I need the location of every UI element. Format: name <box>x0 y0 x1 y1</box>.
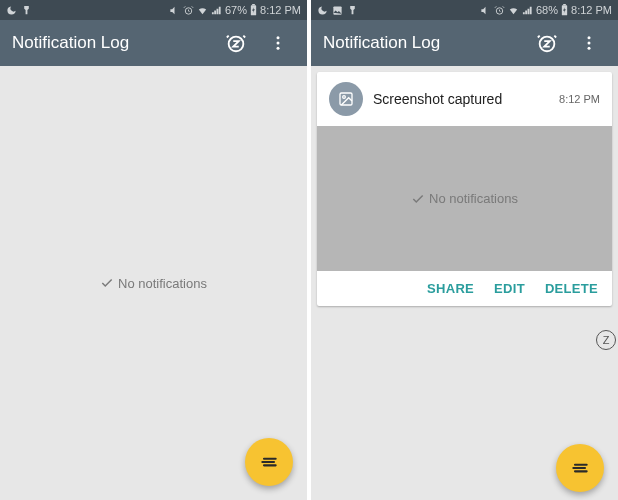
signal-icon <box>522 5 533 16</box>
delete-button[interactable]: DELETE <box>545 281 598 296</box>
filter-icon <box>259 452 279 472</box>
svg-point-4 <box>277 36 280 39</box>
status-bar: 68% 8:12 PM <box>311 0 618 20</box>
notification-header: Screenshot captured 8:12 PM <box>317 72 612 126</box>
svg-rect-2 <box>252 4 255 5</box>
mute-icon <box>169 5 180 16</box>
moon-icon <box>317 5 328 16</box>
svg-point-12 <box>588 36 591 39</box>
svg-point-13 <box>588 42 591 45</box>
app-bar: Notification Log <box>311 20 618 66</box>
clock-text: 8:12 PM <box>571 4 612 16</box>
status-bar: 67% 8:12 PM <box>0 0 307 20</box>
overflow-menu-button[interactable] <box>572 26 606 60</box>
notification-preview: No notifications <box>317 126 612 271</box>
snooze-button[interactable] <box>219 26 253 60</box>
mute-icon <box>480 5 491 16</box>
more-vert-icon <box>580 34 598 52</box>
battery-icon <box>250 4 257 16</box>
preview-empty-text: No notifications <box>429 191 518 206</box>
app-bar: Notification Log <box>0 20 307 66</box>
notification-time: 8:12 PM <box>559 93 600 105</box>
image-notification-icon <box>332 5 343 16</box>
svg-point-14 <box>588 47 591 50</box>
check-icon <box>411 192 425 206</box>
check-icon <box>100 276 114 290</box>
image-icon <box>338 91 354 107</box>
phone-right: 68% 8:12 PM Notification Log <box>311 0 618 500</box>
clock-text: 8:12 PM <box>260 4 301 16</box>
battery-icon <box>561 4 568 16</box>
snooze-chip[interactable]: Z <box>596 330 616 350</box>
filter-icon <box>570 458 590 478</box>
signal-icon <box>211 5 222 16</box>
app-title: Notification Log <box>323 33 522 53</box>
notification-app-icon <box>329 82 363 116</box>
fab-button[interactable] <box>245 438 293 486</box>
wifi-icon <box>508 5 519 16</box>
notification-title: Screenshot captured <box>373 91 549 107</box>
app-title: Notification Log <box>12 33 211 53</box>
svg-point-6 <box>277 47 280 50</box>
svg-point-16 <box>343 96 346 99</box>
notification-card[interactable]: Screenshot captured 8:12 PM No notificat… <box>317 72 612 306</box>
battery-percent: 67% <box>225 4 247 16</box>
wifi-icon <box>197 5 208 16</box>
content-area: Screenshot captured 8:12 PM No notificat… <box>311 72 618 500</box>
snooze-icon <box>536 32 558 54</box>
edit-button[interactable]: EDIT <box>494 281 525 296</box>
empty-state: No notifications <box>0 66 307 500</box>
content-area: No notifications <box>0 66 307 500</box>
fab-button[interactable] <box>556 444 604 492</box>
svg-rect-10 <box>563 4 566 5</box>
notification-actions: SHARE EDIT DELETE <box>317 271 612 306</box>
app-indicator-icon <box>347 5 358 16</box>
battery-percent: 68% <box>536 4 558 16</box>
snooze-icon <box>225 32 247 54</box>
moon-icon <box>6 5 17 16</box>
alarm-icon <box>183 5 194 16</box>
overflow-menu-button[interactable] <box>261 26 295 60</box>
snooze-button[interactable] <box>530 26 564 60</box>
app-indicator-icon <box>21 5 32 16</box>
empty-text: No notifications <box>118 276 207 291</box>
z-icon: Z <box>603 334 610 346</box>
alarm-icon <box>494 5 505 16</box>
phone-left: 67% 8:12 PM Notification Log No notifica… <box>0 0 307 500</box>
svg-point-5 <box>277 42 280 45</box>
share-button[interactable]: SHARE <box>427 281 474 296</box>
more-vert-icon <box>269 34 287 52</box>
